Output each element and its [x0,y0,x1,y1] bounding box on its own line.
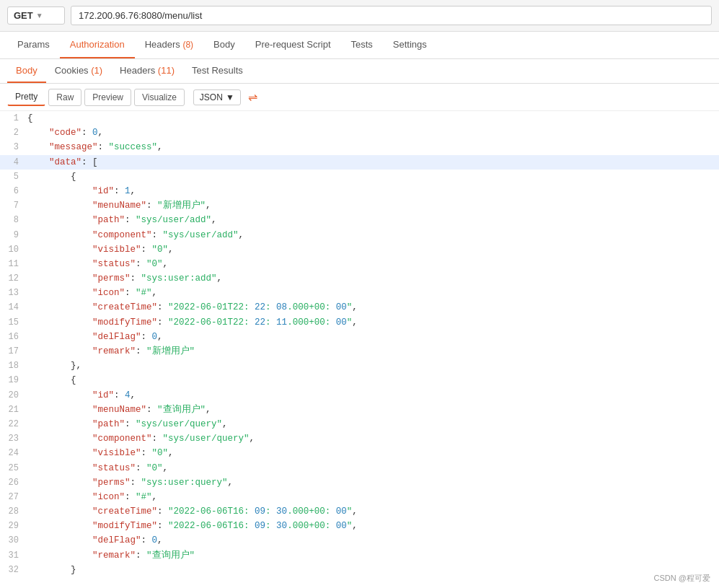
method-select[interactable]: GET ▼ [7,6,65,25]
tab-prerequest[interactable]: Pre-request Script [245,32,341,58]
json-line: 19 { [0,373,719,387]
line-content: "menuName": "新增用户", [27,198,719,213]
tab-settings[interactable]: Settings [383,32,437,58]
json-line: 21 "menuName": "查询用户", [0,403,719,417]
line-number: 10 [0,243,27,257]
format-preview-button[interactable]: Preview [84,89,131,106]
line-number: 7 [0,199,27,213]
footer-credit: CSDN @程可爱 [654,573,710,584]
json-line: 27 "icon": "#", [0,490,719,504]
line-number: 3 [0,141,27,154]
response-tab-testresults[interactable]: Test Results [183,59,252,83]
line-content: "modifyTime": "2022-06-06T16: 09: 30.000… [27,519,719,533]
line-content: "delFlag": 0, [27,533,719,548]
format-type-chevron-icon: ▼ [226,92,234,102]
line-content: { [27,111,719,126]
json-line: 30 "delFlag": 0, [0,533,719,548]
line-content: "remark": "查询用户" [27,548,719,563]
line-number: 6 [0,185,27,198]
tab-authorization[interactable]: Authorization [60,32,135,58]
line-content: "delFlag": 0, [27,330,719,344]
line-content: "perms": "sys:user:query", [27,475,719,490]
json-line: 11 "status": "0", [0,257,719,271]
line-number: 29 [0,519,27,533]
line-number: 32 [0,563,27,574]
line-number: 19 [0,374,27,387]
line-content: } [27,563,719,574]
line-content: "path": "sys/user/add", [27,213,719,227]
line-number: 14 [0,301,27,315]
wrap-icon[interactable]: ⇌ [248,90,257,104]
line-number: 26 [0,476,27,490]
json-line: 3 "message": "success", [0,140,719,154]
json-line: 10 "visible": "0", [0,242,719,257]
line-number: 15 [0,316,27,330]
json-line: 6 "id": 1, [0,184,719,198]
json-content: 1{2 "code": 0,3 "message": "success",4 "… [0,111,719,574]
line-number: 2 [0,126,27,140]
json-line: 25 "status": "0", [0,461,719,475]
line-number: 21 [0,403,27,417]
line-content: "createTime": "2022-06-01T22: 22: 08.000… [27,300,719,315]
json-line: 13 "icon": "#", [0,286,719,300]
json-line: 1{ [0,111,719,126]
json-line: 12 "perms": "sys:user:add", [0,271,719,286]
format-pretty-button[interactable]: Pretty [7,88,45,106]
line-content: "id": 1, [27,184,719,198]
request-tabs: Params Authorization Headers (8) Body Pr… [0,32,719,59]
json-line: 22 "path": "sys/user/query", [0,417,719,431]
json-line: 2 "code": 0, [0,126,719,140]
line-content: "createTime": "2022-06-06T16: 09: 30.000… [27,504,719,519]
line-number: 9 [0,229,27,242]
method-label: GET [14,10,33,21]
line-content: "modifyTime": "2022-06-01T22: 22: 11.000… [27,315,719,330]
line-content: { [27,373,719,387]
line-content: "code": 0, [27,126,719,140]
line-number: 31 [0,549,27,563]
line-content: "remark": "新增用户" [27,344,719,359]
line-content: "status": "0", [27,461,719,475]
format-raw-button[interactable]: Raw [48,89,81,106]
line-content: "path": "sys/user/query", [27,417,719,431]
json-line: 18 }, [0,359,719,373]
line-number: 17 [0,345,27,359]
line-number: 16 [0,330,27,344]
line-number: 28 [0,505,27,519]
line-number: 30 [0,534,27,548]
tab-headers[interactable]: Headers (8) [135,32,203,58]
line-content: "perms": "sys:user:add", [27,271,719,286]
json-line: 17 "remark": "新增用户" [0,344,719,359]
json-line: 26 "perms": "sys:user:query", [0,475,719,490]
response-tab-cookies[interactable]: Cookies (1) [46,59,111,83]
line-number: 20 [0,389,27,403]
format-type-label: JSON [200,92,223,102]
line-content: "visible": "0", [27,242,719,257]
json-line: 8 "path": "sys/user/add", [0,213,719,227]
url-input[interactable] [71,6,712,25]
tab-body[interactable]: Body [203,32,245,58]
json-line: 24 "visible": "0", [0,446,719,460]
response-tab-headers[interactable]: Headers (11) [111,59,183,83]
format-visualize-button[interactable]: Visualize [134,89,185,106]
json-line: 16 "delFlag": 0, [0,330,719,344]
json-line: 7 "menuName": "新增用户", [0,198,719,213]
json-line: 28 "createTime": "2022-06-06T16: 09: 30.… [0,504,719,519]
tab-params[interactable]: Params [7,32,60,58]
tab-tests[interactable]: Tests [341,32,383,58]
line-number: 1 [0,112,27,126]
json-line: 29 "modifyTime": "2022-06-06T16: 09: 30.… [0,519,719,533]
line-content: "id": 4, [27,388,719,403]
line-content: "icon": "#", [27,286,719,300]
json-line: 9 "component": "sys/user/add", [0,228,719,242]
line-content: "visible": "0", [27,446,719,460]
line-content: "message": "success", [27,140,719,154]
response-tabs: Body Cookies (1) Headers (11) Test Resul… [0,59,719,84]
line-number: 4 [0,156,27,170]
line-content: "icon": "#", [27,490,719,504]
format-type-select[interactable]: JSON ▼ [193,89,241,105]
line-number: 22 [0,418,27,431]
url-bar: GET ▼ [0,0,719,32]
line-number: 18 [0,359,27,373]
line-content: "status": "0", [27,257,719,271]
response-tab-body[interactable]: Body [7,59,46,83]
